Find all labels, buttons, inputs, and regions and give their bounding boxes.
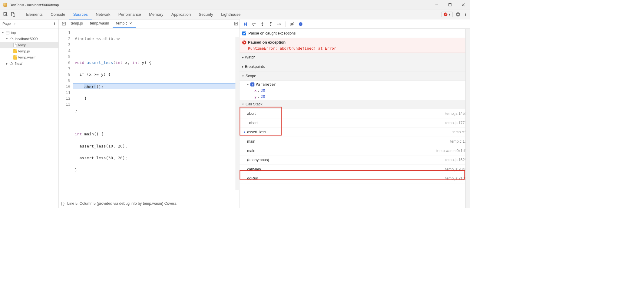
nav-files-icon[interactable]	[61, 20, 67, 27]
tree-filescheme[interactable]: ▶file://	[0, 61, 59, 67]
stack-frame[interactable]: _aborttemp.js:1771	[239, 118, 470, 128]
scope-body: ▼fParameter x: 30 y: 20	[239, 81, 470, 100]
pause-on-caught-row[interactable]: Pause on caught exceptions	[239, 29, 470, 38]
stack-frame[interactable]: aborttemp.js:1456	[239, 109, 470, 118]
step-out-button[interactable]	[267, 20, 275, 28]
editor-scrollbar[interactable]	[235, 37, 239, 190]
editor-pane: temp.js temp.wasm temp.c✕ 12345678910111…	[59, 19, 239, 208]
tab-performance[interactable]: Performance	[114, 9, 145, 19]
main-tabstrip: Elements Console Sources Network Perform…	[0, 9, 470, 19]
svg-point-25	[299, 22, 302, 26]
svg-point-9	[465, 15, 466, 16]
callstack-section[interactable]: ▼Call Stack	[239, 100, 470, 109]
file-icon	[13, 43, 17, 47]
svg-point-8	[465, 14, 466, 15]
svg-point-7	[465, 13, 466, 13]
pause-exceptions-button[interactable]	[297, 20, 304, 28]
debugger-scrollbar[interactable]	[465, 29, 470, 208]
debugger-toolbar	[239, 19, 470, 29]
svg-line-16	[62, 22, 64, 24]
scope-var-x[interactable]: x: 30	[244, 87, 470, 93]
debug-source-link[interactable]: temp.wasm	[143, 201, 162, 206]
editor-tab-tempjs[interactable]: temp.js	[67, 19, 86, 28]
maximize-button[interactable]	[443, 0, 457, 9]
stack-frame[interactable]: callMaintemp.js:2046	[239, 165, 470, 174]
titlebar: DevTools - localhost:5000/temp	[0, 0, 470, 10]
svg-rect-13	[6, 31, 9, 34]
tree-file-tempwasm[interactable]: temp.wasm	[0, 55, 59, 61]
svg-point-11	[54, 23, 54, 24]
scope-parameter-group[interactable]: ▼fParameter	[244, 81, 470, 87]
app-icon	[3, 2, 7, 7]
current-frame-icon: ➔	[242, 130, 245, 134]
editor-tab-tempc[interactable]: temp.c✕	[113, 19, 136, 28]
tab-application[interactable]: Application	[167, 9, 195, 19]
scope-section[interactable]: ▼Scope	[239, 71, 470, 81]
run-snippet-icon[interactable]	[233, 20, 239, 27]
step-into-button[interactable]	[259, 20, 266, 28]
svg-point-21	[262, 25, 263, 26]
tab-network[interactable]: Network	[92, 9, 114, 19]
step-button[interactable]	[276, 20, 283, 28]
tree-top[interactable]: ▼top	[0, 30, 59, 36]
pause-caught-checkbox[interactable]	[242, 31, 246, 35]
exception-banner: ✕Paused on exception RuntimeError: abort…	[239, 38, 470, 53]
navigator-tab-page[interactable]: Page	[2, 22, 11, 26]
kebab-icon[interactable]	[52, 21, 56, 26]
kebab-icon[interactable]	[462, 11, 468, 17]
devtools-window: DevTools - localhost:5000/temp Elements …	[0, 0, 470, 208]
error-count-badge[interactable]: ✕1	[441, 12, 453, 17]
stack-frame-current[interactable]: ➔assert_lesstemp.c:5	[239, 128, 470, 137]
window-title: DevTools - localhost:5000/temp	[9, 3, 430, 7]
tab-elements[interactable]: Elements	[22, 9, 47, 19]
tab-lighthouse[interactable]: Lighthouse	[217, 9, 245, 19]
stack-frame[interactable]: doRuntemp.js:2106	[239, 174, 470, 184]
tree-file-tempjs[interactable]: temp.js	[0, 48, 59, 54]
editor-tab-tempwasm[interactable]: temp.wasm	[86, 19, 113, 28]
error-icon: ✕	[242, 41, 246, 45]
watch-section[interactable]: ▶Watch	[239, 53, 470, 62]
svg-point-10	[54, 22, 54, 22]
cloud-icon	[9, 62, 13, 65]
stack-frame[interactable]: (anonymous)temp.js:1525	[239, 155, 470, 165]
editor-tabstrip: temp.js temp.wasm temp.c✕	[59, 19, 239, 28]
braces-icon[interactable]: { }	[61, 201, 64, 206]
deactivate-breakpoints-button[interactable]	[289, 20, 296, 28]
tree-file-temp[interactable]: temp	[0, 42, 59, 48]
inspect-icon[interactable]	[2, 11, 8, 17]
step-over-button[interactable]	[250, 20, 258, 28]
svg-rect-1	[449, 3, 451, 6]
code-area[interactable]: #include <stdlib.h> void assert_less(int…	[73, 28, 239, 199]
breakpoints-section[interactable]: ▶Breakpoints	[239, 62, 470, 71]
tab-security[interactable]: Security	[195, 9, 217, 19]
tree-origin[interactable]: ▼localhost:5000	[0, 36, 59, 42]
device-icon[interactable]	[10, 11, 16, 17]
svg-rect-6	[13, 14, 15, 16]
gear-icon[interactable]	[455, 11, 461, 17]
line-gutter: 12345678910111213	[59, 28, 73, 199]
cloud-icon	[9, 38, 13, 40]
minimize-button[interactable]	[430, 0, 444, 9]
stack-frame[interactable]: maintemp.c:11	[239, 137, 470, 146]
resume-button[interactable]	[242, 20, 249, 28]
stack-frame[interactable]: maintemp.wasm:0x1d9	[239, 146, 470, 156]
code-editor[interactable]: 12345678910111213 #include <stdlib.h> vo…	[59, 28, 239, 199]
navigator-more[interactable]: »	[14, 22, 16, 26]
navigator-header: Page »	[0, 19, 59, 28]
close-icon[interactable]: ✕	[129, 21, 132, 25]
tab-sources[interactable]: Sources	[69, 9, 92, 19]
svg-line-17	[64, 22, 65, 24]
scope-var-y[interactable]: y: 20	[244, 94, 470, 100]
svg-point-23	[277, 24, 278, 25]
file-tree: ▼top ▼localhost:5000 temp temp.js temp.w…	[0, 28, 59, 208]
navigator-sidebar: Page » ▼top ▼localhost:5000 temp temp.js…	[0, 19, 59, 208]
tab-memory[interactable]: Memory	[145, 9, 167, 19]
svg-rect-26	[300, 23, 300, 25]
close-button[interactable]	[457, 0, 470, 9]
debugger-pane: Pause on caught exceptions ✕Paused on ex…	[239, 19, 470, 208]
file-icon	[13, 55, 17, 59]
svg-rect-19	[246, 22, 247, 26]
exception-title: Paused on exception	[248, 40, 286, 45]
tab-console[interactable]: Console	[47, 9, 69, 19]
function-icon: f	[250, 82, 254, 86]
